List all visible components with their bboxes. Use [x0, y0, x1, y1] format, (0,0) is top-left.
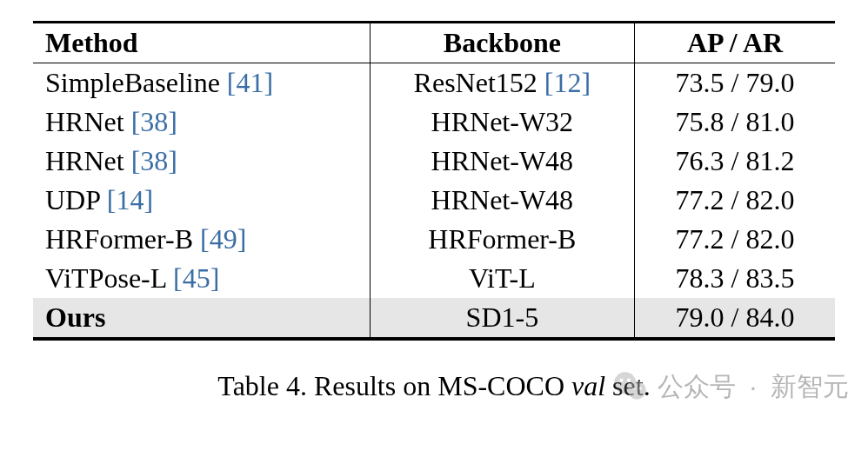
- ap-ar-value: 77.2 / 82.0: [634, 220, 835, 259]
- table-caption: Table 4. Results on MS-COCO val set.: [33, 370, 835, 402]
- col-header-backbone: Backbone: [370, 23, 634, 63]
- method-name: SimpleBaseline: [45, 67, 227, 98]
- table-row: HRNet [38] HRNet-W32 75.8 / 81.0: [33, 103, 835, 142]
- cite-ref: [38]: [131, 106, 177, 137]
- method-name: Ours: [33, 298, 370, 338]
- backbone-name: ResNet152: [414, 67, 544, 98]
- table-row: HRNet [38] HRNet-W48 76.3 / 81.2: [33, 142, 835, 181]
- col-header-method: Method: [33, 23, 370, 63]
- cite-ref: [38]: [131, 145, 177, 176]
- col-header-apar: AP / AR: [634, 23, 835, 63]
- table-row: ViTPose-L [45] ViT-L 78.3 / 83.5: [33, 259, 835, 298]
- table-row: UDP [14] HRNet-W48 77.2 / 82.0: [33, 181, 835, 220]
- cite-ref: [49]: [200, 223, 246, 255]
- ap-ar-value: 76.3 / 81.2: [634, 142, 835, 181]
- cite-ref: [12]: [544, 67, 591, 98]
- backbone-name: HRNet-W48: [370, 142, 634, 181]
- ap-ar-value: 73.5 / 79.0: [634, 63, 835, 103]
- backbone-name: SD1-5: [370, 298, 634, 338]
- cite-ref: [41]: [227, 67, 273, 98]
- method-name: ViTPose-L: [45, 262, 173, 294]
- backbone-name: HRNet-W32: [370, 103, 634, 142]
- method-name: UDP: [45, 184, 107, 215]
- method-name: HRNet: [45, 145, 131, 176]
- table-row-ours: Ours SD1-5 79.0 / 84.0: [33, 298, 835, 338]
- ap-ar-value: 75.8 / 81.0: [634, 103, 835, 142]
- ap-ar-value: 78.3 / 83.5: [634, 259, 835, 298]
- backbone-name: HRFormer-B: [370, 220, 634, 259]
- table-row: SimpleBaseline [41] ResNet152 [12] 73.5 …: [33, 63, 835, 103]
- cite-ref: [14]: [107, 184, 153, 215]
- results-table: Method Backbone AP / AR SimpleBaseline […: [33, 21, 835, 341]
- ap-ar-value: 79.0 / 84.0: [634, 298, 835, 338]
- backbone-name: HRNet-W48: [370, 181, 634, 220]
- cite-ref: [45]: [173, 262, 219, 294]
- backbone-name: ViT-L: [370, 259, 634, 298]
- table-row: HRFormer-B [49] HRFormer-B 77.2 / 82.0: [33, 220, 835, 259]
- ap-ar-value: 77.2 / 82.0: [634, 181, 835, 220]
- method-name: HRNet: [45, 106, 131, 137]
- method-name: HRFormer-B: [45, 223, 200, 255]
